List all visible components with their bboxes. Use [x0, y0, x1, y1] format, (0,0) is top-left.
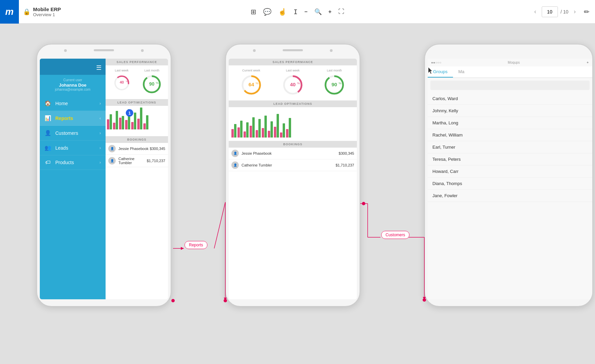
bar-green	[146, 115, 148, 129]
prev-page-button[interactable]: ‹	[532, 7, 539, 17]
contact-item-jane[interactable]: Jane, Fowler	[428, 190, 592, 202]
b	[246, 122, 249, 138]
lead-chart-area-1: 1	[106, 106, 168, 136]
contact-item-earl[interactable]: Earl, Turner	[428, 141, 592, 153]
booking-avatar-3: 👤	[231, 150, 239, 157]
zoom-in-icon[interactable]: +	[329, 9, 332, 15]
svg-text:40: 40	[120, 80, 124, 84]
sidebar-label-home: Home	[55, 101, 100, 106]
contact-item-martha[interactable]: Martha, Long	[428, 117, 592, 129]
phone-frame-1: ☰ Current user Johanna Doe johanna@examp…	[36, 44, 171, 307]
page-input[interactable]	[542, 6, 558, 17]
b	[240, 121, 243, 138]
sidebar-item-customers[interactable]: 👤 Customers ›	[40, 126, 106, 141]
chat-icon[interactable]: 💬	[263, 8, 272, 16]
cursor-icon[interactable]: I	[293, 8, 298, 16]
svg-text:40: 40	[290, 82, 296, 87]
customers-icon: 👤	[45, 130, 51, 136]
phone3-screen: ●●○○○ Moqups ✦ Groups Ma Carlos, Ward Jo…	[428, 59, 592, 299]
logo[interactable]: m	[0, 0, 19, 24]
notification-badge: 1	[126, 109, 133, 117]
svg-text:64: 64	[248, 82, 254, 87]
booking-row-4: 👤 Catherine Tumbler $1,710,237	[229, 159, 357, 171]
contact-item-rachel[interactable]: Rachel, William	[428, 129, 592, 141]
phone-screen-2: SALES PERFORMANCE Current week 64 % Last…	[229, 59, 357, 299]
chevron-right-icon-3: ›	[100, 146, 101, 150]
booking-amount-4: $1,710,237	[336, 163, 354, 167]
stat-label-last-week-2: Last week	[272, 69, 313, 72]
bar-grp	[268, 121, 273, 138]
toolbar: ⊞ 💬 ☝ I − 🔍 + ⛶	[251, 8, 344, 16]
home-icon: 🏠	[45, 100, 51, 107]
b	[289, 118, 291, 138]
b	[256, 130, 258, 138]
stat-label-month: Last month	[137, 69, 167, 72]
hamburger-icon[interactable]: ☰	[96, 64, 102, 71]
booking-row-3: 👤 Jessie Phasebook $300,345	[229, 148, 357, 159]
bar-pink	[125, 120, 128, 129]
lock-icon: 🔒	[23, 8, 30, 16]
lead-opt-header-2: LEAD OPTIMIZATIONS	[229, 100, 357, 107]
bar-group	[113, 111, 118, 129]
logo-letter: m	[5, 6, 14, 17]
bar-chart-2	[229, 107, 357, 138]
network-icon[interactable]: ⊞	[251, 8, 256, 16]
edit-button[interactable]: ✏	[584, 8, 590, 16]
contact-item-johnny[interactable]: Johnny, Kelly	[428, 105, 592, 117]
contact-item-diana[interactable]: Diana, Thomps	[428, 178, 592, 190]
stat-label-current-week: Current week	[231, 69, 272, 72]
phone3-tab-bar: Groups Ma	[428, 66, 592, 78]
contact-item-carlos[interactable]: Carlos, Ward	[428, 93, 592, 105]
tab-groups[interactable]: Groups	[428, 66, 453, 78]
svg-text:%: %	[156, 81, 159, 85]
bar-green	[140, 108, 142, 129]
b	[231, 129, 234, 138]
booking-avatar-4: 👤	[231, 161, 239, 169]
fullscreen-icon[interactable]: ⛶	[338, 8, 344, 15]
next-page-button[interactable]: ›	[571, 7, 578, 17]
leads-icon: 👥	[45, 145, 51, 151]
bar-pink	[137, 119, 140, 129]
zoom-out-icon[interactable]: −	[304, 9, 307, 15]
b	[286, 129, 288, 138]
svg-point-30	[362, 202, 365, 205]
sidebar-label-reports: Reports	[55, 116, 100, 121]
sales-performance-header-1: SALES PERFORMANCE	[106, 59, 168, 65]
bar-grp	[244, 122, 249, 138]
b	[271, 121, 273, 138]
sidebar-item-reports[interactable]: 📊 Reports ‹	[40, 111, 106, 126]
bar-grp	[286, 118, 291, 138]
contact-item-howard[interactable]: Howard, Carr	[428, 165, 592, 178]
bar-grp	[256, 119, 261, 138]
b	[280, 132, 282, 138]
b	[234, 124, 236, 138]
booking-name-3: Jessie Phasebook	[242, 151, 339, 155]
sidebar-label-customers: Customers	[55, 130, 100, 136]
bar-green	[110, 114, 112, 129]
sidebar-item-products[interactable]: 🏷 Products ›	[40, 155, 106, 170]
b	[283, 123, 285, 138]
bar-green	[116, 111, 118, 129]
signal-dots: ●●○○○	[431, 61, 441, 64]
bar-grp	[280, 123, 285, 138]
customers-annotation-label: Customers	[381, 231, 409, 239]
sidebar-item-home[interactable]: 🏠 Home ›	[40, 96, 106, 111]
circle-last-month-2: 90 %	[323, 74, 345, 96]
sidebar-item-leads[interactable]: 👥 Leads ›	[40, 141, 106, 155]
b	[268, 131, 270, 138]
chevron-right-icon: ›	[100, 101, 101, 106]
statusbar: ●●○○○ Moqups ✦	[428, 59, 592, 66]
phone-camera-right	[141, 49, 144, 52]
bookings-header-2: BOOKINGS	[229, 141, 357, 148]
svg-text:90: 90	[332, 82, 337, 87]
b	[252, 117, 255, 138]
booking-row-1: 👤 Jessie Phasebook $300,345	[106, 143, 168, 155]
contact-item-teresa[interactable]: Teresa, Peters	[428, 153, 592, 165]
touch-icon[interactable]: ☝	[278, 8, 287, 16]
zoom-icon[interactable]: 🔍	[314, 8, 322, 16]
b	[262, 128, 264, 138]
tab-ma[interactable]: Ma	[453, 66, 470, 78]
search-bar[interactable]	[430, 81, 590, 90]
svg-point-29	[224, 299, 227, 302]
phone-frame-3: ●●○○○ Moqups ✦ Groups Ma Carlos, Ward Jo…	[424, 44, 593, 307]
